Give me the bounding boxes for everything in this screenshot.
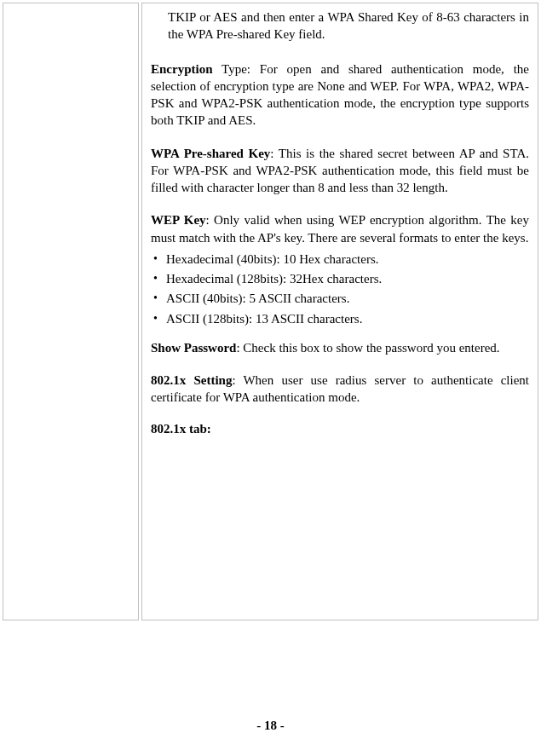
list-item: Hexadecimal (128bits): 32Hex characters. (151, 269, 529, 289)
list-item: ASCII (40bits): 5 ASCII characters. (151, 289, 529, 309)
list-item: ASCII (128bits): 13 ASCII characters. (151, 309, 529, 329)
wpa-key-paragraph: WPA Pre-shared Key: This is the shared s… (151, 145, 529, 197)
page-number: - 18 - (3, 718, 538, 733)
content-table: TKIP or AES and then enter a WPA Shared … (3, 3, 538, 620)
dot1x-setting-paragraph: 802.1x Setting: When user use radius ser… (151, 372, 529, 407)
show-password-label: Show Password (151, 341, 236, 355)
encryption-paragraph: Encryption Type: For open and shared aut… (151, 61, 529, 130)
show-password-paragraph: Show Password: Check this box to show th… (151, 339, 529, 356)
wep-key-text: : Only valid when using WEP encryption a… (151, 213, 529, 244)
wep-key-paragraph: WEP Key: Only valid when using WEP encry… (151, 211, 529, 246)
wpa-key-label: WPA Pre-shared Key (151, 147, 270, 160)
wep-formats-list: Hexadecimal (40bits): 10 Hex characters.… (151, 250, 529, 329)
right-column: TKIP or AES and then enter a WPA Shared … (141, 3, 538, 620)
encryption-label: Encryption (151, 62, 213, 76)
intro-paragraph: TKIP or AES and then enter a WPA Shared … (151, 9, 529, 43)
wep-key-label: WEP Key (151, 213, 206, 227)
dot1x-setting-label: 802.1x Setting (151, 373, 232, 387)
list-item: Hexadecimal (40bits): 10 Hex characters. (151, 250, 529, 269)
left-column (3, 3, 139, 620)
dot1x-tab-heading: 802.1x tab: (151, 422, 529, 436)
show-password-text: : Check this box to show the password yo… (236, 341, 499, 355)
